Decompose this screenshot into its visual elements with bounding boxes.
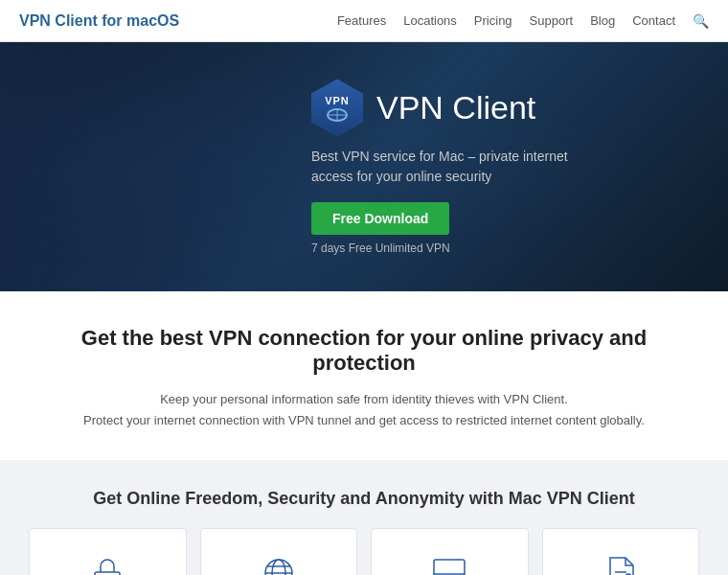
globe-icon [254, 548, 304, 575]
nav-contact[interactable]: Contact [632, 13, 675, 28]
feature-card-privacy: Protect your privacy and personal data [29, 528, 187, 575]
search-icon[interactable]: 🔍 [693, 13, 709, 29]
feature-card-multidevice: Use One account on up to 5 Mac computers [371, 528, 529, 575]
monitor-svg [429, 553, 469, 575]
globe-svg [259, 553, 299, 575]
monitor-icon [424, 548, 474, 575]
lock-icon [82, 548, 132, 575]
svg-rect-8 [434, 560, 465, 575]
hero-note: 7 days Free Unlimited VPN [311, 242, 450, 255]
privacy-section: Get the best VPN connection for your onl… [0, 291, 728, 460]
document-lock-svg [601, 553, 641, 575]
privacy-line1: Keep your personal information safe from… [38, 389, 690, 410]
navbar: VPN Client for macOS Features Locations … [0, 0, 728, 42]
feature-card-identity: Avoid identity thieves [542, 528, 700, 575]
free-download-button[interactable]: Free Download [311, 202, 449, 235]
lock-svg [87, 553, 127, 575]
hero-title-row: VPN VPN Client [311, 80, 535, 137]
nav-links: Features Locations Pricing Support Blog … [337, 13, 709, 29]
privacy-line2: Protect your internet connection with VP… [38, 410, 690, 431]
nav-blog[interactable]: Blog [590, 13, 615, 28]
nav-support[interactable]: Support [530, 13, 574, 28]
features-section: Get Online Freedom, Security and Anonymi… [0, 460, 728, 575]
feature-card-geo: Unblock geo-located resources [200, 528, 358, 575]
privacy-heading: Get the best VPN connection for your onl… [38, 326, 690, 376]
nav-logo[interactable]: VPN Client for macOS [19, 12, 179, 30]
features-grid: Protect your privacy and personal data U… [29, 528, 699, 575]
vpn-badge-label: VPN [325, 95, 350, 106]
hero-subtitle: Best VPN service for Mac – private inter… [311, 147, 608, 187]
hero-section: VPN VPN Client Best VPN service for Mac … [0, 42, 728, 291]
hero-title: VPN Client [376, 89, 535, 126]
document-lock-icon [596, 548, 646, 575]
vpn-badge-icon: VPN [311, 80, 363, 137]
nav-locations[interactable]: Locations [403, 13, 457, 28]
nav-pricing[interactable]: Pricing [474, 13, 512, 28]
features-heading: Get Online Freedom, Security and Anonymi… [29, 489, 699, 509]
hero-content: VPN VPN Client Best VPN service for Mac … [311, 80, 608, 255]
nav-features[interactable]: Features [337, 13, 386, 28]
